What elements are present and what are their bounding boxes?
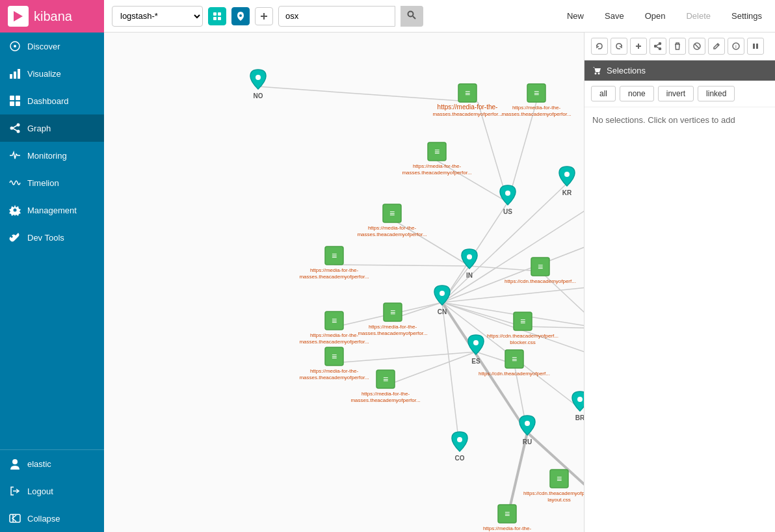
monitoring-label: Monitoring — [27, 151, 67, 161]
edit-btn[interactable] — [708, 38, 725, 55]
svg-point-25 — [239, 14, 242, 17]
svg-line-33 — [442, 197, 584, 302]
svg-text:IN: IN — [466, 272, 473, 279]
svg-text:https://media-for-the-: https://media-for-the- — [310, 332, 359, 338]
doc-node[interactable]: ≡ https://media-for-the- masses.theacade… — [299, 246, 369, 280]
svg-text:≡: ≡ — [434, 146, 440, 157]
doc-node[interactable]: ≡ https://media-for-the- masses.theacade… — [299, 312, 369, 345]
svg-rect-21 — [213, 12, 217, 16]
svg-line-13 — [13, 129, 17, 131]
doc-node[interactable]: ≡ https://cdn.theacademyofperf... — [479, 350, 550, 377]
sidebar-item-discover[interactable]: Discover — [0, 33, 104, 60]
graph-canvas[interactable]: ≡ https://media-for-the- masses.theacade… — [104, 33, 584, 532]
select-none-btn[interactable]: none — [620, 86, 654, 101]
location-node-br[interactable]: BR — [572, 392, 584, 421]
sidebar-item-monitoring[interactable]: Monitoring — [0, 142, 104, 169]
select-invert-btn[interactable]: invert — [658, 86, 694, 101]
svg-text:https://cdn.theacademyofperf..: https://cdn.theacademyofperf... — [487, 333, 558, 339]
index-pattern-select[interactable]: logstash-* — [112, 6, 203, 27]
svg-rect-6 — [16, 96, 20, 100]
svg-text:≡: ≡ — [389, 208, 395, 219]
redo-btn[interactable] — [611, 38, 627, 55]
barchart-icon — [9, 68, 21, 79]
add-node-btn[interactable] — [630, 38, 647, 55]
block-btn[interactable] — [689, 38, 705, 55]
location-node-in[interactable]: IN — [462, 249, 477, 279]
info-btn[interactable]: i — [728, 38, 744, 55]
doc-node[interactable]: ≡ https://media-for-the- masses.theacade… — [299, 347, 369, 380]
selection-empty-message: No selections. Click on vertices to add — [585, 107, 775, 532]
svg-text:blocker.css: blocker.css — [510, 339, 536, 345]
user-icon — [9, 458, 21, 470]
svg-point-156 — [655, 46, 657, 47]
search-button[interactable] — [401, 6, 423, 27]
save-button[interactable]: Save — [599, 8, 629, 23]
doc-node[interactable]: ≡ https://media-for-the- masses.theacade… — [472, 505, 542, 532]
select-linked-btn[interactable]: linked — [698, 86, 735, 101]
svg-point-144 — [473, 340, 479, 345]
svg-text:≡: ≡ — [383, 374, 388, 384]
sidebar-item-logout[interactable]: Logout — [0, 477, 104, 505]
svg-text:RU: RU — [523, 438, 532, 446]
sidebar-item-collapse[interactable]: Collapse — [0, 505, 104, 532]
dashboard-label: Dashboard — [27, 96, 69, 106]
svg-line-12 — [13, 126, 17, 128]
discover-label: Discover — [27, 42, 60, 51]
doc-node[interactable]: ≡ https://cdn.theacademyofperf... blocke… — [487, 312, 558, 345]
location-icon-btn[interactable] — [231, 7, 250, 25]
svg-text:≡: ≡ — [520, 316, 525, 326]
svg-rect-4 — [18, 69, 20, 79]
location-node-kr[interactable]: KR — [559, 166, 575, 196]
delete-button: Delete — [681, 8, 716, 23]
doc-node[interactable]: ≡ https://media-for-the- masses.theacade… — [357, 204, 427, 237]
wrench-icon — [9, 232, 21, 243]
share-btn[interactable] — [650, 38, 666, 55]
location-node-no[interactable]: NO — [250, 70, 266, 100]
new-button[interactable]: New — [562, 8, 589, 23]
sidebar-item-elastic[interactable]: elastic — [0, 450, 104, 477]
svg-text:masses.theacademyofperfor...: masses.theacademyofperfor... — [350, 397, 420, 403]
location-node-co[interactable]: CO — [452, 432, 467, 462]
svg-text:≡: ≡ — [505, 509, 510, 519]
field-icon-btn-1[interactable] — [208, 7, 226, 25]
doc-node[interactable]: ≡ https://media-for-the- masses.theacade… — [501, 84, 571, 117]
doc-node[interactable]: ≡ https://media-for-the- masses.theacade… — [432, 84, 502, 117]
add-field-btn[interactable] — [255, 7, 273, 25]
svg-point-128 — [564, 172, 570, 177]
heartbeat-icon — [9, 150, 21, 161]
svg-text:https://cdn.theacademyofperf..: https://cdn.theacademyofperf... — [479, 371, 550, 377]
gear-icon — [9, 204, 21, 216]
pause-btn[interactable] — [747, 38, 764, 55]
collapse-label: Collapse — [27, 514, 60, 524]
graph-edges — [258, 86, 584, 519]
svg-text:https://media-for-the-: https://media-for-the- — [310, 368, 359, 374]
delete-node-btn[interactable] — [669, 38, 686, 55]
search-input[interactable] — [278, 6, 395, 27]
sidebar-item-dashboard[interactable]: Dashboard — [0, 87, 104, 114]
open-button[interactable]: Open — [640, 8, 671, 23]
wave-icon — [9, 177, 21, 189]
svg-text:US: US — [503, 208, 512, 215]
svg-point-154 — [659, 43, 661, 45]
svg-text:CN: CN — [438, 308, 447, 315]
svg-point-138 — [440, 291, 445, 296]
svg-text:masses.theacademyofperfor...: masses.theacademyofperfor... — [402, 170, 471, 176]
sidebar-item-graph[interactable]: Graph — [0, 114, 104, 142]
svg-point-15 — [14, 209, 17, 212]
svg-line-49 — [334, 265, 469, 266]
svg-rect-164 — [753, 44, 755, 49]
settings-button[interactable]: Settings — [726, 8, 767, 23]
doc-node[interactable]: ≡ https://media-for-the- masses.theacade… — [402, 142, 471, 176]
sidebar-item-management[interactable]: Management — [0, 196, 104, 224]
svg-text:masses.theacademyofperfor...: masses.theacademyofperfor... — [299, 339, 369, 345]
logo-area: kibana — [0, 0, 104, 33]
sidebar-item-timelion[interactable]: Timelion — [0, 169, 104, 196]
undo-btn[interactable] — [591, 38, 608, 55]
location-node-ru[interactable]: RU — [519, 416, 535, 446]
sidebar-item-visualize[interactable]: Visualize — [0, 60, 104, 87]
select-all-btn[interactable]: all — [591, 86, 616, 101]
sidebar-item-devtools[interactable]: Dev Tools — [0, 224, 104, 251]
svg-text:masses.theacademyofperfor...: masses.theacademyofperfor... — [357, 232, 427, 237]
doc-node[interactable]: ≡ https://cdn.theacademyofperf... — [505, 258, 576, 284]
topbar: logstash-* — [104, 0, 775, 33]
